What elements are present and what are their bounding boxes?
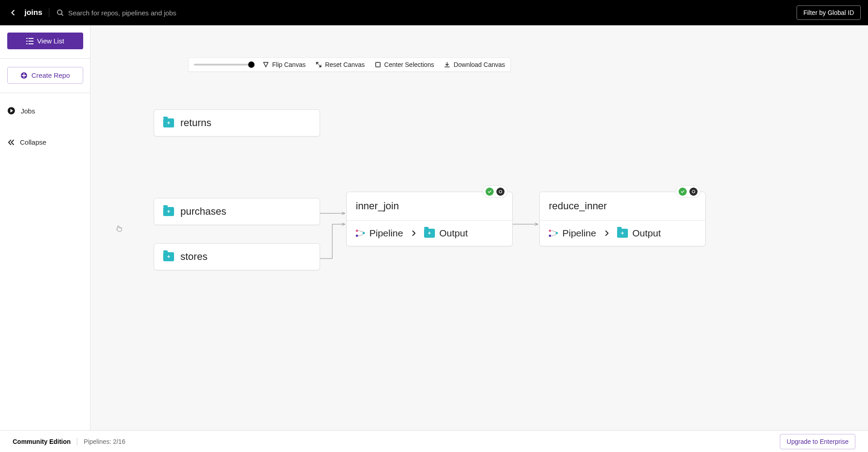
view-list-label: View List [37, 37, 64, 45]
svg-rect-2 [28, 38, 33, 39]
collapse-label: Collapse [20, 138, 46, 146]
create-repo-label: Create Repo [31, 71, 70, 79]
list-icon [26, 38, 33, 44]
node-status-badges [482, 185, 508, 198]
repo-node-purchases[interactable]: + purchases [154, 198, 320, 225]
page-title: joins [24, 8, 49, 17]
download-canvas-button[interactable]: Download Canvas [444, 61, 505, 68]
download-icon [444, 61, 450, 68]
zoom-slider[interactable] [194, 64, 253, 66]
svg-point-11 [692, 190, 695, 193]
output-label[interactable]: Output [632, 228, 661, 239]
sidebar-collapse-button[interactable]: Collapse [7, 137, 83, 148]
repo-title: returns [180, 117, 211, 129]
pipeline-icon [356, 230, 365, 237]
plus-circle-icon [20, 72, 28, 79]
center-icon [375, 61, 381, 68]
reset-icon [316, 61, 322, 68]
pipeline-label[interactable]: Pipeline [562, 228, 596, 239]
status-success-icon [679, 188, 687, 196]
svg-rect-9 [376, 62, 380, 67]
folder-icon: + [163, 252, 174, 261]
back-button[interactable] [7, 7, 19, 19]
folder-icon: + [163, 207, 174, 216]
cursor-hand-icon [115, 224, 123, 235]
repo-title: purchases [180, 206, 226, 217]
svg-rect-4 [28, 41, 33, 42]
chevrons-left-icon [7, 139, 14, 146]
zoom-slider-handle[interactable] [248, 61, 255, 68]
jobs-label: Jobs [21, 107, 35, 115]
repo-node-returns[interactable]: + returns [154, 109, 320, 137]
pipeline-body: Pipeline + Output [347, 221, 512, 246]
search-input[interactable] [68, 9, 249, 17]
view-list-button[interactable]: View List [7, 33, 83, 49]
output-label[interactable]: Output [439, 228, 468, 239]
svg-rect-1 [26, 38, 28, 39]
repo-node-stores[interactable]: + stores [154, 243, 320, 270]
search-icon [57, 9, 64, 16]
status-success-icon [486, 188, 494, 196]
status-info-icon [496, 188, 505, 196]
chevron-right-icon [604, 230, 609, 236]
canvas-area[interactable]: Flip Canvas Reset Canvas Center Selectio… [90, 25, 868, 430]
search-container [57, 9, 249, 17]
edition-label: Community Edition [13, 438, 77, 445]
folder-icon: + [617, 229, 628, 238]
footer-bar: Community Edition Pipelines: 2/16 Upgrad… [0, 430, 868, 452]
reset-canvas-button[interactable]: Reset Canvas [316, 61, 365, 68]
pipeline-node-reduce-inner[interactable]: reduce_inner Pipeline + Output [539, 192, 706, 246]
header-right: Filter by Global ID [797, 5, 861, 20]
svg-rect-6 [28, 43, 33, 44]
flip-label: Flip Canvas [272, 61, 306, 68]
create-repo-button[interactable]: Create Repo [7, 67, 83, 84]
repo-title: stores [180, 251, 208, 263]
pipeline-node-inner-join[interactable]: inner_join Pipeline + Output [346, 192, 513, 246]
flip-icon [263, 61, 269, 68]
svg-rect-3 [26, 41, 28, 42]
reset-label: Reset Canvas [325, 61, 365, 68]
sidebar-divider-2 [0, 93, 90, 93]
arrow-left-icon [9, 9, 17, 16]
center-selections-button[interactable]: Center Selections [375, 61, 434, 68]
top-header: joins Filter by Global ID [0, 0, 868, 25]
jobs-icon [7, 107, 15, 115]
pipeline-body: Pipeline + Output [540, 221, 705, 246]
header-left: joins [7, 7, 249, 19]
folder-icon: + [163, 118, 174, 127]
folder-icon: + [424, 229, 435, 238]
download-label: Download Canvas [453, 61, 505, 68]
status-info-icon [689, 188, 698, 196]
center-label: Center Selections [384, 61, 434, 68]
upgrade-button[interactable]: Upgrade to Enterprise [780, 434, 855, 449]
filter-global-id-button[interactable]: Filter by Global ID [797, 5, 861, 20]
sidebar: View List Create Repo Jobs Collapse [0, 25, 90, 430]
sidebar-divider [0, 58, 90, 59]
canvas-toolbar: Flip Canvas Reset Canvas Center Selectio… [188, 57, 511, 72]
svg-rect-5 [26, 43, 28, 44]
pipeline-label[interactable]: Pipeline [369, 228, 403, 239]
svg-point-10 [499, 190, 502, 193]
flip-canvas-button[interactable]: Flip Canvas [263, 61, 306, 68]
pipelines-count: Pipelines: 2/16 [84, 438, 125, 445]
sidebar-item-jobs[interactable]: Jobs [7, 105, 83, 117]
chevron-right-icon [411, 230, 416, 236]
pipeline-icon [549, 230, 558, 237]
node-status-badges [675, 185, 701, 198]
